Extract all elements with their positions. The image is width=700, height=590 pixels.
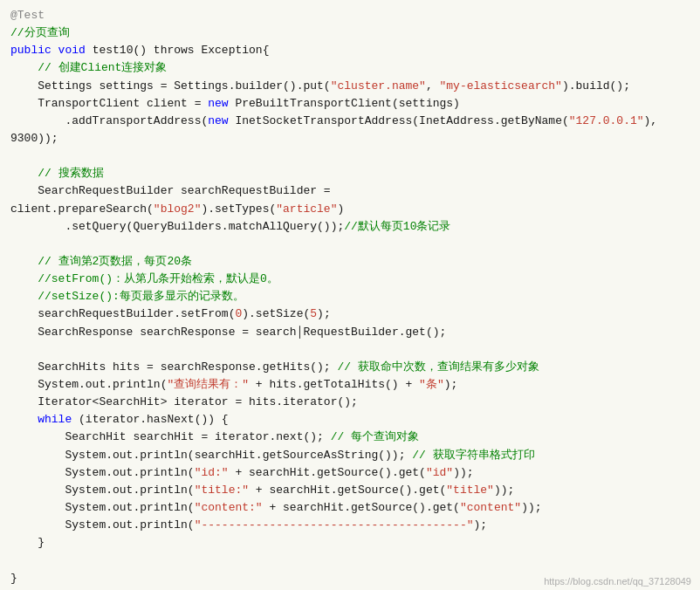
code-token: 5	[310, 307, 317, 320]
code-token: "查询结果有："	[167, 378, 249, 391]
code-token: searchRequestBuilder.setFrom(	[10, 307, 235, 320]
code-line: TransportClient client = new PreBuiltTra…	[10, 95, 690, 113]
code-token: System.out.println(	[10, 466, 195, 479]
code-token: SearchResponse searchResponse = search	[10, 326, 297, 339]
code-token: // 获取字符串格式打印	[412, 449, 534, 462]
code-token: "---------------------------------------…	[195, 518, 474, 532]
code-token: RequestBuilder.get();	[303, 326, 446, 339]
code-token: "id:"	[195, 466, 229, 479]
code-line: System.out.println("id:" + searchHit.get…	[10, 464, 690, 482]
code-token: Settings settings = Settings.builder().p…	[10, 79, 331, 93]
code-line: .setQuery(QueryBuilders.matchAllQuery())…	[10, 218, 690, 236]
code-token: PreBuiltTransportClient(settings)	[235, 97, 459, 110]
code-token: SearchRequestBuilder searchRequestBuilde…	[10, 184, 331, 197]
code-line: @Test	[10, 7, 690, 24]
code-line: public void test10() throws Exception{	[10, 42, 690, 59]
code-token: "id"	[426, 466, 453, 479]
code-token	[10, 413, 38, 426]
code-token: System.out.println(	[10, 484, 195, 497]
code-token: System.out.println(	[10, 518, 195, 532]
code-token: "条"	[419, 378, 444, 391]
code-token: ).setTypes(	[201, 202, 276, 216]
code-line: .addTransportAddress(new InetSocketTrans…	[10, 113, 690, 130]
code-line: System.out.println("title:" + searchHit.…	[10, 482, 690, 499]
code-token: // 创建Client连接对象	[10, 61, 167, 74]
code-line: searchRequestBuilder.setFrom(0).setSize(…	[10, 305, 690, 323]
code-token: (iterator.hasNext()) {	[79, 413, 229, 426]
code-line	[10, 341, 690, 359]
code-token: "title:"	[195, 484, 249, 497]
code-token: }	[10, 536, 45, 549]
code-token: + hits.getTotalHits() +	[249, 378, 419, 391]
code-token: "content"	[460, 501, 521, 514]
code-line: //分页查询	[10, 24, 690, 42]
code-token: // 每个查询对象	[331, 430, 419, 443]
code-line: SearchRequestBuilder searchRequestBuilde…	[10, 182, 690, 200]
code-line: System.out.println("--------------------…	[10, 517, 690, 534]
code-token: ));	[453, 466, 473, 479]
code-token: System.out.println(	[10, 378, 167, 391]
code-line: Iterator<SearchHit> iterator = hits.iter…	[10, 394, 690, 411]
code-token: ).build();	[562, 79, 630, 93]
code-token: );	[474, 518, 488, 532]
code-token: "127.0.0.1"	[569, 114, 644, 127]
code-token: }	[10, 572, 17, 585]
code-line: Settings settings = Settings.builder().p…	[10, 78, 690, 95]
code-token: //setFrom()：从第几条开始检索，默认是0。	[10, 272, 278, 285]
code-token: "title"	[446, 484, 494, 497]
code-line	[10, 148, 690, 165]
code-token: //分页查询	[10, 26, 70, 39]
code-token: );	[444, 378, 458, 391]
code-token: // 获取命中次数，查询结果有多少对象	[337, 360, 539, 374]
code-token: System.out.println(searchHit.getSourceAs…	[10, 449, 412, 462]
code-line: SearchResponse searchResponse = search│R…	[10, 324, 690, 341]
code-line: System.out.println("查询结果有：" + hits.getTo…	[10, 376, 690, 394]
code-token: ));	[521, 501, 541, 514]
code-token: // 搜索数据	[10, 167, 104, 180]
code-line: // 创建Client连接对象	[10, 59, 690, 77]
code-token: @Test	[10, 9, 45, 22]
code-token: + searchHit.getSource().get(	[263, 501, 460, 514]
code-token: // 查询第2页数据，每页20条	[10, 255, 192, 268]
code-token: "blog2"	[154, 202, 202, 216]
code-token: "content:"	[195, 501, 263, 514]
code-token: new	[208, 114, 235, 127]
code-line: }	[10, 534, 690, 552]
code-token: );	[317, 307, 331, 320]
code-token: throws	[154, 44, 202, 57]
code-line: //setFrom()：从第几条开始检索，默认是0。	[10, 271, 690, 288]
code-token: TransportClient client =	[10, 97, 208, 110]
code-token: "article"	[276, 202, 337, 216]
code-token: InetSocketTransportAddress(InetAddress.g…	[235, 114, 568, 127]
code-line	[10, 552, 690, 569]
code-token: //setSize():每页最多显示的记录数。	[10, 290, 244, 303]
code-token: ,	[426, 79, 440, 93]
code-line: 9300));	[10, 130, 690, 148]
code-token: ).setSize(	[242, 307, 310, 320]
code-line	[10, 236, 690, 253]
code-token: "my-elasticsearch"	[440, 79, 562, 93]
code-line: System.out.println(searchHit.getSourceAs…	[10, 447, 690, 464]
code-token: System.out.println(	[10, 501, 195, 514]
code-token: 9300));	[10, 132, 58, 145]
code-line: SearchHits hits = searchResponse.getHits…	[10, 359, 690, 376]
code-token: test10()	[93, 44, 154, 57]
code-token: new	[208, 97, 235, 110]
code-token: ),	[644, 114, 658, 127]
code-line: SearchHit searchHit = iterator.next(); /…	[10, 429, 690, 446]
code-token: SearchHits hits = searchResponse.getHits…	[10, 360, 337, 374]
code-token: ));	[494, 484, 514, 497]
code-token: client.prepareSearch(	[10, 202, 154, 216]
code-line: while (iterator.hasNext()) {	[10, 411, 690, 429]
code-line: // 搜索数据	[10, 165, 690, 182]
code-token: + searchHit.getSource().get(	[229, 466, 426, 479]
code-token: Exception{	[201, 44, 269, 57]
code-token: public	[10, 44, 58, 57]
code-token: Iterator<SearchHit> iterator = hits.iter…	[10, 395, 358, 408]
code-line: client.prepareSearch("blog2").setTypes("…	[10, 201, 690, 218]
code-token: .addTransportAddress(	[10, 114, 208, 127]
code-token: //默认每页10条记录	[344, 220, 450, 233]
code-block: @Test//分页查询public void test10() throws E…	[0, 0, 700, 590]
code-token: .setQuery(QueryBuilders.matchAllQuery())…	[10, 220, 344, 233]
code-token: "cluster.name"	[331, 79, 426, 93]
